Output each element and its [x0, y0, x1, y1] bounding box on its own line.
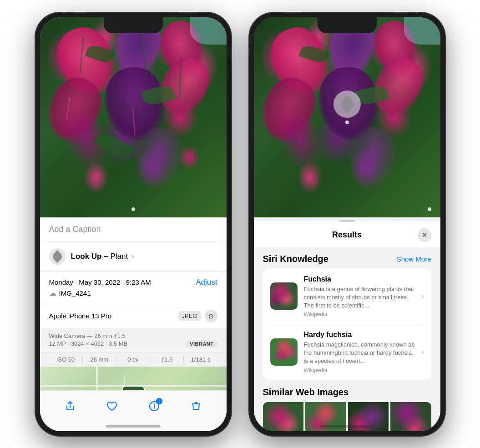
- lookup-row[interactable]: Look Up – Plant ›: [40, 242, 227, 271]
- flower-photo-left: [40, 17, 227, 217]
- hardy-thumbnail: [270, 338, 298, 366]
- right-phone-screen: Results ✕ Siri Knowledge Show More Fuchs…: [254, 17, 440, 431]
- camera-line2: 12 MP · 3024 × 4032 · 3.5 MB: [49, 340, 128, 347]
- similar-img-1[interactable]: [263, 402, 304, 431]
- similar-section: Similar Web Images: [254, 380, 440, 431]
- adjust-button[interactable]: Adjust: [196, 278, 217, 287]
- close-button[interactable]: ✕: [418, 228, 431, 242]
- right-photo-indicator: [428, 207, 431, 211]
- filename: IMG_4241: [59, 289, 91, 297]
- photo-area-left[interactable]: [40, 17, 227, 217]
- left-phone-screen: Add a Caption Look Up – Plant › Monday ·…: [40, 17, 227, 431]
- fuchsia-source: Wikipedia: [304, 311, 415, 317]
- fuchsia-name: Fuchsia: [304, 275, 415, 283]
- knowledge-section: Siri Knowledge Show More Fuchsia Fuchsia…: [254, 247, 440, 380]
- cloud-icon: ☁: [49, 289, 56, 297]
- notch-right: [318, 17, 377, 33]
- siri-visual-recognition: [333, 91, 361, 124]
- lookup-label: Look Up – Plant ›: [71, 252, 134, 261]
- fuchsia-chevron: ›: [421, 292, 424, 300]
- hardy-source: Wikipedia: [304, 367, 415, 373]
- home-indicator-right: [320, 425, 374, 428]
- photo-date: Monday · May 30, 2022 · 9:23 AM: [49, 278, 151, 286]
- siri-leaf-inner: [338, 95, 356, 113]
- siri-recognition-dot: [345, 121, 349, 124]
- results-handle: [339, 220, 355, 222]
- notch-left: [104, 17, 163, 33]
- exif-aperture: ƒ1.5: [150, 356, 184, 363]
- siri-circle: [333, 91, 361, 118]
- location-badge: ⊙: [205, 310, 217, 322]
- camera-row: Apple iPhone 13 Pro JPEG ⊙: [40, 304, 227, 328]
- results-title: Results: [277, 230, 418, 240]
- knowledge-item-fuchsia[interactable]: Fuchsia Fuchsia is a genus of flowering …: [263, 269, 431, 324]
- camera-details: Wide Camera — 26 mm ƒ1.5 12 MP · 3024 × …: [40, 328, 227, 352]
- meta-section: Monday · May 30, 2022 · 9:23 AM Adjust ☁…: [40, 272, 227, 304]
- camera-model: Apple iPhone 13 Pro: [49, 312, 112, 320]
- hardy-content: Hardy fuchsia Fuchsia magellanica, commo…: [304, 331, 415, 373]
- format-badge: JPEG: [178, 311, 201, 321]
- home-indicator-left: [106, 425, 161, 428]
- similar-img-4[interactable]: [390, 402, 431, 431]
- info-button[interactable]: i: [144, 396, 164, 416]
- camera-line1: Wide Camera — 26 mm ƒ1.5: [49, 332, 217, 339]
- hardy-name: Hardy fuchsia: [304, 331, 415, 339]
- show-more-button[interactable]: Show More: [397, 255, 431, 263]
- fuchsia-desc: Fuchsia is a genus of flowering plants t…: [304, 285, 415, 310]
- favorite-button[interactable]: [102, 396, 122, 416]
- knowledge-card: Fuchsia Fuchsia is a genus of flowering …: [263, 269, 431, 380]
- vibrant-badge: VIBRANT: [186, 340, 217, 347]
- delete-button[interactable]: [186, 396, 206, 416]
- hardy-chevron: ›: [421, 348, 424, 356]
- similar-images-title: Similar Web Images: [263, 387, 349, 398]
- exif-shutter: 1/181 s: [184, 356, 217, 363]
- photo-area-right: [254, 17, 440, 217]
- caption-area[interactable]: Add a Caption: [40, 217, 227, 242]
- siri-knowledge-title: Siri Knowledge: [263, 254, 328, 264]
- hardy-desc: Fuchsia magellanica, commonly known as t…: [304, 341, 415, 366]
- knowledge-item-hardy[interactable]: Hardy fuchsia Fuchsia magellanica, commo…: [263, 324, 431, 380]
- lookup-chevron: ›: [132, 252, 134, 260]
- section-header-knowledge: Siri Knowledge Show More: [263, 254, 431, 264]
- photo-indicator: [131, 207, 135, 211]
- section-header-similar: Similar Web Images: [263, 387, 431, 398]
- exif-focal: 26 mm: [83, 356, 116, 363]
- results-header: Results ✕: [254, 221, 440, 247]
- right-phone: Results ✕ Siri Knowledge Show More Fuchs…: [249, 13, 445, 436]
- caption-placeholder: Add a Caption: [49, 225, 101, 234]
- info-badge: i: [156, 398, 162, 404]
- fuchsia-thumbnail: [270, 282, 298, 310]
- fuchsia-content: Fuchsia Fuchsia is a genus of flowering …: [304, 275, 415, 318]
- exif-ev: 0 ev: [116, 356, 150, 363]
- camera-badges: JPEG ⊙: [178, 310, 217, 322]
- share-button[interactable]: [60, 396, 80, 416]
- siri-icon: [49, 248, 66, 265]
- left-phone: Add a Caption Look Up – Plant › Monday ·…: [35, 13, 231, 436]
- exif-iso: ISO 50: [49, 356, 83, 363]
- exif-row: ISO 50 26 mm 0 ev ƒ1.5 1/181 s: [40, 352, 227, 367]
